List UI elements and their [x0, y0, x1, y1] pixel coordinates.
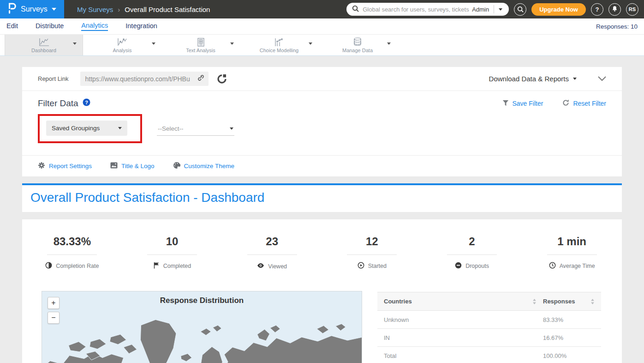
- help-circle-icon[interactable]: ?: [83, 98, 90, 109]
- report-filter-card: Report Link https://www.questionpro.com/…: [22, 67, 622, 176]
- minus-circle-icon: [455, 262, 462, 270]
- sort-countries-icon[interactable]: [532, 299, 537, 304]
- link-icon[interactable]: [197, 74, 205, 83]
- collapse-panel-chevron-icon[interactable]: [598, 76, 606, 81]
- column-responses: Responses: [543, 298, 575, 305]
- toolbar-tab-manage-data[interactable]: Manage Data: [318, 35, 397, 55]
- svg-text:?: ?: [85, 100, 88, 105]
- responses-cell: 83.33%: [543, 316, 595, 323]
- title-logo-button[interactable]: Title & Logo: [110, 162, 155, 170]
- filter-data-title: Filter Data ?: [38, 98, 90, 109]
- chevron-down-icon[interactable]: [73, 42, 77, 45]
- table-row: IN 16.67%: [377, 329, 601, 347]
- tab-edit[interactable]: Edit: [6, 22, 18, 30]
- map-zoom-in-button[interactable]: +: [48, 297, 60, 309]
- world-map: [42, 310, 362, 363]
- question-mark-icon: ?: [596, 6, 599, 13]
- download-data-reports-button[interactable]: Download Data & Reports: [489, 75, 577, 83]
- toolbar-tab-choice-modelling[interactable]: Choice Modelling: [240, 35, 318, 55]
- countries-table: Countries Responses Unknown 83.33%: [377, 292, 601, 363]
- saved-groupings-dropdown[interactable]: Saved Groupings: [46, 121, 127, 136]
- text-analysis-icon: [196, 37, 205, 47]
- gear-icon: [38, 162, 45, 170]
- chevron-down-icon[interactable]: [387, 42, 391, 45]
- table-row: Unknown 83.33%: [377, 311, 601, 329]
- map-zoom-out-button[interactable]: −: [48, 312, 60, 324]
- filter-actions: Save Filter Reset Filter: [502, 99, 607, 108]
- save-filter-button[interactable]: Save Filter: [502, 100, 543, 108]
- report-url[interactable]: https://www.questionpro.com/t/PHBu: [85, 75, 197, 83]
- search-input[interactable]: [363, 6, 469, 13]
- responses-cell: 100.00%: [543, 352, 595, 359]
- clock-icon: [549, 262, 556, 270]
- report-link-field[interactable]: https://www.questionpro.com/t/PHBu: [80, 72, 209, 86]
- country-cell: Total: [384, 352, 543, 359]
- image-icon: [110, 162, 118, 170]
- questionpro-logo-icon: [7, 3, 17, 16]
- annotation-highlight-box: Saved Groupings: [38, 114, 142, 143]
- search-icon: [352, 5, 359, 14]
- grouping-select-dropdown[interactable]: --Select--: [157, 122, 234, 136]
- report-settings-button[interactable]: Report Settings: [38, 162, 92, 170]
- country-cell: IN: [384, 334, 543, 341]
- breadcrumb-current-survey: Overall Product Satisfaction: [125, 6, 210, 13]
- analysis-chart-icon: [117, 37, 128, 47]
- countries-table-header: Countries Responses: [377, 292, 601, 311]
- product-switcher[interactable]: Surveys: [0, 0, 64, 18]
- refresh-icon: [562, 99, 569, 108]
- chevron-down-icon[interactable]: [309, 42, 312, 45]
- tab-integration[interactable]: Integration: [125, 22, 157, 30]
- chevron-down-icon: [499, 8, 502, 11]
- dashboard-card: 83.33% Completion Rate 10 Completed: [22, 219, 622, 363]
- search-button[interactable]: [514, 3, 526, 16]
- eye-icon: [257, 263, 264, 270]
- tab-distribute[interactable]: Distribute: [36, 22, 64, 30]
- report-link-label: Report Link: [38, 75, 68, 82]
- chevron-down-icon: [52, 8, 56, 11]
- flag-icon: [153, 262, 160, 270]
- tab-analytics[interactable]: Analytics: [81, 22, 108, 31]
- reset-filter-button[interactable]: Reset Filter: [562, 99, 606, 108]
- title-block: Overall Product Satisfaction - Dashboard: [22, 185, 622, 212]
- notifications-button[interactable]: [608, 3, 621, 16]
- stat-completed: 10 Completed: [122, 235, 222, 271]
- search-scope[interactable]: Admin: [469, 6, 494, 13]
- chevron-down-icon[interactable]: [230, 42, 234, 45]
- search-scope-dropdown[interactable]: [494, 8, 507, 11]
- survey-nav: Edit Distribute Analytics Integration Re…: [0, 18, 644, 34]
- topbar-actions: Admin Upgrade Now ? RS: [346, 3, 644, 16]
- live-feed-icon[interactable]: [217, 74, 227, 84]
- upgrade-now-button[interactable]: Upgrade Now: [531, 3, 586, 16]
- palette-icon: [173, 162, 180, 170]
- stat-average-time: 1 min Average Time: [522, 235, 622, 271]
- bell-icon: [612, 6, 618, 13]
- play-circle-icon: [358, 262, 364, 270]
- chevron-down-icon[interactable]: [152, 42, 155, 45]
- map-zoom-controls: + −: [48, 297, 60, 324]
- stat-viewed: 23 Viewed: [222, 235, 322, 271]
- responses-cell: 16.67%: [543, 334, 595, 341]
- report-link-row: Report Link https://www.questionpro.com/…: [22, 67, 622, 91]
- toolbar-tab-dashboard[interactable]: Dashboard: [5, 35, 83, 55]
- database-icon: [353, 37, 362, 47]
- table-row: Total 100.00%: [377, 347, 601, 363]
- help-button[interactable]: ?: [591, 3, 603, 16]
- response-distribution-map[interactable]: Response Distribution + −: [42, 291, 362, 363]
- breadcrumb-my-surveys[interactable]: My Surveys: [77, 6, 113, 13]
- country-cell: Unknown: [384, 316, 543, 323]
- global-search[interactable]: Admin: [346, 3, 509, 16]
- avatar[interactable]: RS: [626, 3, 638, 16]
- product-name: Surveys: [21, 5, 48, 13]
- chevron-down-icon: [230, 127, 233, 130]
- breadcrumb: My Surveys › Overall Product Satisfactio…: [77, 6, 210, 13]
- column-countries: Countries: [384, 298, 412, 305]
- breadcrumb-separator: ›: [118, 6, 120, 13]
- toolbar-tab-text-analysis[interactable]: Text Analysis: [161, 35, 240, 55]
- choice-modelling-icon: [274, 37, 285, 47]
- funnel-icon: [502, 100, 509, 108]
- sort-responses-icon[interactable]: [590, 299, 595, 304]
- customize-theme-button[interactable]: Customize Theme: [173, 162, 234, 170]
- toolbar-tab-analysis[interactable]: Analysis: [83, 35, 161, 55]
- report-row-right: Download Data & Reports: [489, 75, 606, 83]
- stat-dropouts: 2 Dropouts: [422, 235, 522, 271]
